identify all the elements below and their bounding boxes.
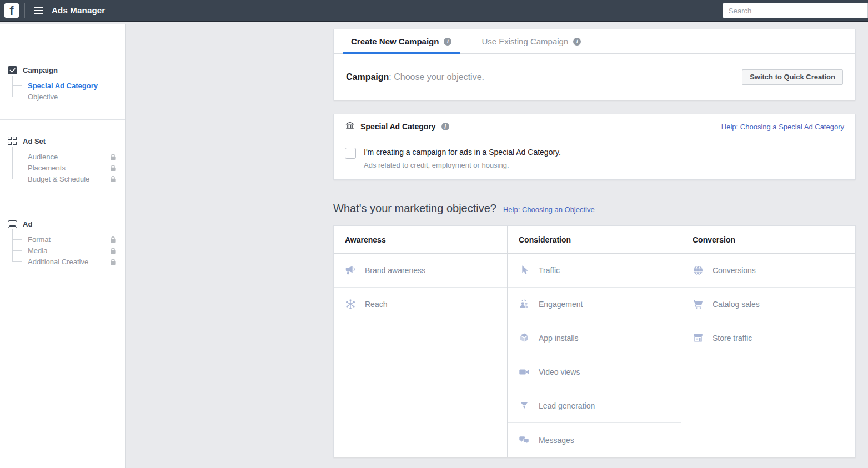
info-icon[interactable]	[573, 38, 581, 46]
objective-traffic[interactable]: Traffic	[508, 254, 681, 288]
search-input[interactable]	[723, 3, 868, 18]
sidebar-section-label: Ad Set	[23, 137, 46, 145]
special-ad-category-title: Special Ad Category	[360, 122, 436, 131]
column-header: Consideration	[508, 226, 681, 254]
facebook-logo-letter: f	[9, 4, 13, 18]
sidebar-item-placements[interactable]: Placements	[12, 162, 118, 173]
objective-conversions[interactable]: Conversions	[681, 254, 855, 288]
lock-icon	[110, 153, 116, 160]
info-icon[interactable]	[444, 38, 451, 46]
objective-store-traffic[interactable]: Store traffic	[681, 321, 855, 355]
sidebar-item-budget-schedule[interactable]: Budget & Schedule	[12, 173, 118, 184]
objective-app-installs[interactable]: App installs	[508, 321, 681, 355]
sidebar-item-format[interactable]: Format	[12, 234, 118, 245]
sidebar-section-label: Ad	[23, 220, 32, 228]
column-conversion: Conversion Conversions Catalog sales Sto…	[681, 226, 855, 457]
chat-bubbles-icon	[518, 434, 530, 446]
video-camera-icon	[518, 366, 530, 378]
special-ad-category-checkbox[interactable]	[345, 148, 356, 159]
campaign-creation-card: Create New Campaign Use Existing Campaig…	[333, 29, 856, 100]
checkbox-sublabel: Ads related to credit, employment or hou…	[364, 161, 561, 169]
checkbox-label: I'm creating a campaign for ads in a Spe…	[364, 148, 561, 157]
campaign-sublabel: : Choose your objective.	[389, 72, 484, 82]
tab-use-existing-campaign[interactable]: Use Existing Campaign	[473, 29, 589, 53]
info-icon[interactable]	[441, 123, 449, 130]
tab-create-new-campaign[interactable]: Create New Campaign	[343, 29, 460, 53]
objective-brand-awareness[interactable]: Brand awareness	[334, 254, 507, 288]
ad-screen-icon	[8, 220, 17, 228]
column-awareness: Awareness Brand awareness Reach	[334, 226, 508, 457]
ad-set-grid-icon	[8, 137, 17, 145]
lock-icon	[110, 258, 116, 265]
topbar-divider	[24, 3, 25, 18]
cube-icon	[518, 332, 530, 344]
campaign-label: Campaign	[346, 72, 389, 82]
page-title: What's your marketing objective?	[333, 202, 496, 215]
column-header: Awareness	[334, 226, 507, 254]
sidebar-item-media[interactable]: Media	[12, 245, 118, 256]
app-title: Ads Manager	[52, 6, 105, 15]
reach-icon	[344, 298, 357, 310]
campaign-check-icon	[8, 66, 17, 74]
lock-icon	[110, 236, 116, 243]
objective-video-views[interactable]: Video views	[508, 355, 681, 389]
sidebar-section-campaign: Campaign Special Ad Category Objective	[0, 49, 125, 119]
funnel-icon	[518, 400, 530, 412]
storefront-icon	[692, 332, 704, 344]
people-icon	[518, 298, 530, 310]
hamburger-menu-icon[interactable]	[32, 4, 45, 17]
lock-icon	[110, 247, 116, 254]
main-area: Create New Campaign Use Existing Campaig…	[126, 24, 868, 468]
sidebar-section-ad-set: Ad Set Audience Placements Budget & Sche…	[0, 119, 125, 203]
objective-engagement[interactable]: Engagement	[508, 288, 681, 321]
lock-icon	[110, 175, 116, 183]
sidebar-item-special-ad-category[interactable]: Special Ad Category	[12, 80, 118, 91]
sidebar: Campaign Special Ad Category Objective A…	[0, 24, 126, 468]
lock-icon	[110, 164, 116, 172]
help-special-ad-category-link[interactable]: Help: Choosing a Special Ad Category	[721, 123, 844, 131]
globe-icon	[692, 264, 704, 276]
objective-reach[interactable]: Reach	[334, 288, 507, 321]
empty-cell	[334, 321, 507, 457]
cursor-icon	[518, 264, 530, 276]
cart-icon	[692, 298, 704, 310]
sidebar-item-audience[interactable]: Audience	[12, 151, 118, 162]
campaign-objective-bar: Campaign: Choose your objective. Switch …	[334, 54, 855, 100]
empty-cell	[681, 355, 855, 457]
objective-messages[interactable]: Messages	[508, 423, 681, 457]
sidebar-section-ad: Ad Format Media Additional Creative	[0, 203, 125, 286]
column-consideration: Consideration Traffic Engagement App ins…	[508, 226, 681, 457]
sidebar-item-objective[interactable]: Objective	[12, 91, 118, 102]
marketing-objective-heading-row: What's your marketing objective? Help: C…	[333, 202, 856, 215]
sidebar-section-label: Campaign	[23, 66, 58, 74]
facebook-logo-icon[interactable]: f	[4, 3, 19, 18]
column-header: Conversion	[681, 226, 855, 254]
megaphone-icon	[344, 264, 357, 276]
tabs-row: Create New Campaign Use Existing Campaig…	[334, 29, 855, 54]
bank-icon	[345, 120, 355, 133]
special-ad-category-card: Special Ad Category Help: Choosing a Spe…	[333, 114, 856, 180]
help-choosing-objective-link[interactable]: Help: Choosing an Objective	[503, 205, 595, 214]
objectives-table: Awareness Brand awareness Reach Consider…	[333, 225, 856, 457]
sidebar-item-additional-creative[interactable]: Additional Creative	[12, 256, 118, 267]
top-bar: f Ads Manager	[0, 0, 868, 22]
objective-lead-generation[interactable]: Lead generation	[508, 389, 681, 423]
objective-catalog-sales[interactable]: Catalog sales	[681, 288, 855, 321]
switch-to-quick-creation-button[interactable]: Switch to Quick Creation	[742, 69, 843, 85]
